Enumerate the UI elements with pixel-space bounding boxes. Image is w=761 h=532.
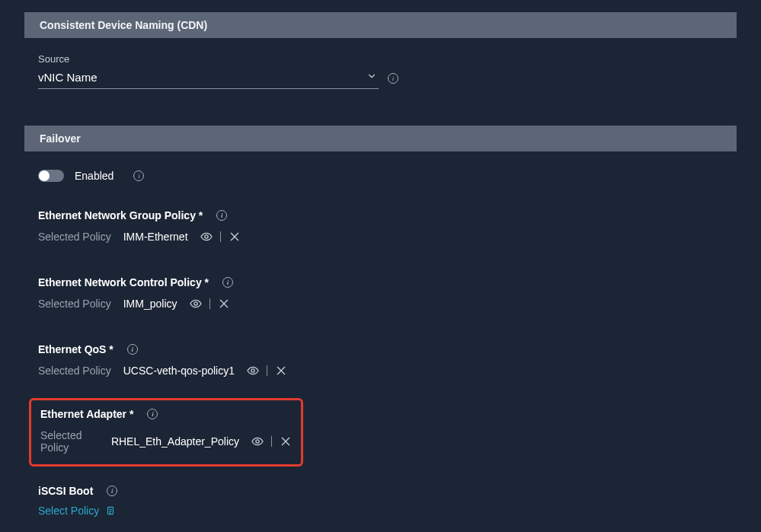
selected-policy-label: Selected Policy	[38, 231, 111, 243]
adapter-policy-value: RHEL_Eth_Adapter_Policy	[111, 435, 239, 448]
chevron-down-icon[interactable]	[365, 71, 379, 84]
close-icon[interactable]	[229, 231, 241, 243]
info-icon[interactable]	[222, 277, 233, 288]
selected-policy-label: Selected Policy	[38, 365, 111, 377]
control-policy-value: IMM_policy	[123, 298, 177, 310]
cdn-section-header: Consistent Device Naming (CDN)	[24, 12, 737, 38]
eye-icon[interactable]	[247, 365, 259, 377]
close-icon[interactable]	[280, 435, 292, 448]
selected-policy-label: Selected Policy	[38, 298, 111, 310]
eye-icon[interactable]	[251, 435, 264, 448]
adapter-title: Ethernet Adapter *	[40, 408, 133, 420]
divider	[209, 298, 210, 309]
iscsi-title: iSCSI Boot	[38, 485, 93, 497]
select-policy-link[interactable]: Select Policy	[38, 505, 116, 517]
source-select[interactable]: vNIC Name	[38, 68, 379, 89]
control-policy-title: Ethernet Network Control Policy *	[38, 276, 209, 288]
eye-icon[interactable]	[200, 231, 213, 243]
qos-title: Ethernet QoS *	[38, 343, 114, 355]
info-icon[interactable]	[388, 73, 398, 84]
group-policy-value: IMM-Ethernet	[123, 231, 188, 243]
info-icon[interactable]	[133, 170, 144, 181]
adapter-highlight-box: Ethernet Adapter * Selected Policy RHEL_…	[29, 398, 303, 467]
divider	[220, 231, 221, 242]
source-value: vNIC Name	[38, 71, 365, 84]
selected-policy-label: Selected Policy	[40, 429, 99, 454]
info-icon[interactable]	[216, 210, 227, 221]
divider	[267, 365, 267, 376]
group-policy-title: Ethernet Network Group Policy *	[38, 209, 203, 221]
clipboard-icon	[105, 505, 116, 516]
eye-icon[interactable]	[190, 298, 202, 310]
source-label: Source	[38, 53, 749, 65]
info-icon[interactable]	[147, 409, 158, 419]
enabled-toggle[interactable]	[38, 170, 64, 182]
select-policy-label: Select Policy	[38, 505, 99, 517]
close-icon[interactable]	[275, 365, 287, 377]
info-icon[interactable]	[127, 344, 138, 355]
close-icon[interactable]	[218, 298, 230, 310]
info-icon[interactable]	[107, 486, 117, 496]
enabled-label: Enabled	[75, 170, 114, 182]
failover-section-header: Failover	[24, 126, 737, 151]
divider	[271, 436, 272, 447]
qos-policy-value: UCSC-veth-qos-policy1	[123, 365, 235, 377]
